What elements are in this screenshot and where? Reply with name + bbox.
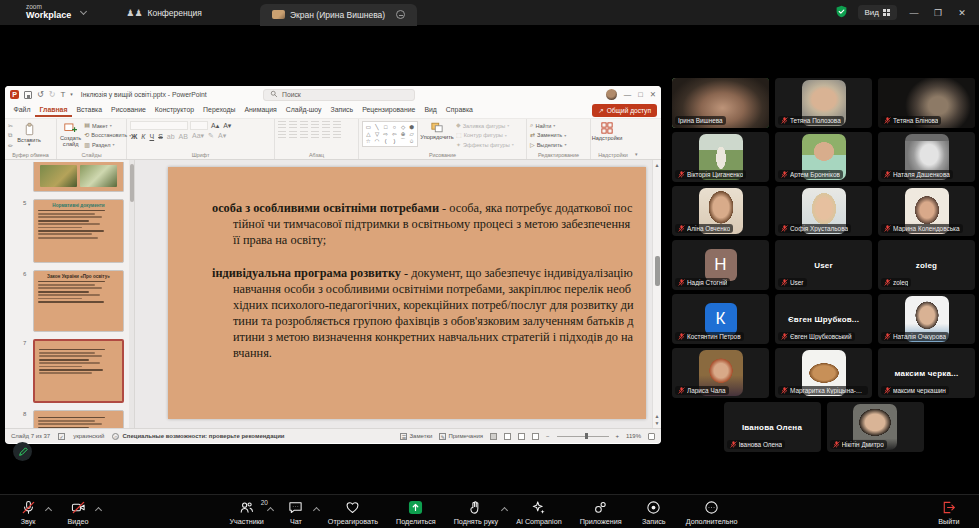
participant-tile-4[interactable]: Артем Бронніков — [775, 132, 872, 182]
toolbar-record-button[interactable]: Запись — [640, 498, 668, 526]
paragraph-tool-icon-1-4[interactable] — [322, 121, 330, 128]
paragraph-tool-icon-2-3[interactable] — [311, 131, 319, 138]
ppt-menu-tab-0[interactable]: Файл — [9, 104, 35, 117]
paste-button[interactable]: Вставить ▾ — [16, 121, 42, 150]
font-style-button-0[interactable]: Ж — [130, 133, 138, 140]
undo-icon[interactable]: ↺ — [37, 91, 44, 99]
ppt-menu-tab-7[interactable]: Слайд-шоу — [281, 104, 326, 117]
paragraph-tool-icon-1-5[interactable] — [333, 121, 341, 128]
addins-button[interactable]: Надстройки — [594, 121, 620, 150]
drawing-items-item-0[interactable]: ◆Заливка фигуры▾ — [456, 121, 514, 130]
toolbar-more-button[interactable]: Дополнительно — [686, 498, 738, 526]
toolbar-apps-button[interactable]: Приложения — [580, 498, 622, 526]
shape-glyph-4[interactable]: ◇ — [401, 124, 405, 130]
toolbar-hand-button[interactable]: Поднять руку — [454, 498, 498, 526]
participant-tile-6[interactable]: Аліна Овченко — [672, 186, 769, 236]
slide-thumbnail-partial[interactable] — [33, 162, 124, 192]
font-extra-button-1[interactable]: АВ — [178, 133, 189, 140]
notes-button[interactable]: ☰Заметки — [400, 433, 432, 440]
shape-glyph-1[interactable]: ╲ — [375, 124, 378, 130]
participant-tile-0[interactable]: Ірина Вишнева — [672, 78, 769, 128]
zoom-slider[interactable] — [557, 436, 609, 437]
format-painter-icon[interactable]: ✏ — [8, 142, 13, 149]
editing-items-item-1[interactable]: ⇄Заменить▾ — [530, 131, 566, 140]
slide-thumbnail-8[interactable] — [33, 410, 124, 428]
font-extra-button-4[interactable]: А▾ — [217, 132, 227, 140]
font-extra-button-3[interactable]: ✎ — [207, 132, 215, 140]
paragraph-tool-icon-2-5[interactable] — [333, 131, 341, 138]
chat-menu-chevron-icon[interactable] — [313, 506, 320, 513]
toolbar-heart-button[interactable]: Отреагировать — [328, 498, 378, 526]
ppt-menu-tab-6[interactable]: Анимация — [240, 104, 281, 117]
paragraph-tool-icon-2-4[interactable] — [322, 131, 330, 138]
close-button[interactable]: ✕ — [955, 8, 969, 18]
toolbar-video-muted-button[interactable]: Видео — [64, 498, 92, 526]
thumbnail-scrollbar[interactable] — [129, 160, 134, 428]
slides-items-item-0[interactable]: ▤Макет▾ — [84, 121, 131, 130]
shape-glyph-17[interactable]: ✩ — [409, 138, 414, 144]
toolbar-sparkle-button[interactable]: AI Companion — [516, 498, 562, 526]
account-avatar[interactable] — [606, 89, 617, 100]
font-size-box[interactable] — [190, 121, 208, 130]
reading-view-icon[interactable] — [518, 433, 525, 440]
participant-tile-17[interactable]: максим черка...максим черкашин — [878, 348, 975, 398]
minimize-share-icon[interactable] — [396, 10, 405, 19]
shape-glyph-12[interactable]: ☆ — [366, 138, 371, 144]
fit-slide-icon[interactable] — [648, 433, 655, 440]
slide-sorter-view-icon[interactable] — [504, 433, 511, 440]
ppt-menu-tab-11[interactable]: Справка — [441, 104, 477, 117]
ppt-menu-tab-8[interactable]: Запись — [326, 104, 358, 117]
ppt-menu-tab-9[interactable]: Рецензирование — [358, 104, 420, 117]
participant-tile-14[interactable]: Наталія Очкурова — [878, 294, 975, 344]
ppt-menu-tab-10[interactable]: Вид — [420, 104, 441, 117]
cut-icon[interactable]: ✂ — [8, 122, 13, 129]
participant-tile-11[interactable]: zolegzoleg — [878, 240, 975, 290]
toolbar-participants-button[interactable]: 20Участники — [230, 498, 264, 526]
minimize-button[interactable]: — — [907, 8, 921, 18]
restore-button[interactable]: ❐ — [931, 8, 945, 18]
grow-font-icon[interactable]: A▴ — [210, 122, 220, 130]
toolbar-share-button[interactable]: Поделиться — [396, 498, 436, 526]
participant-tile-5[interactable]: Наталя Дашенкова — [878, 132, 975, 182]
participant-tile-7[interactable]: Софія Хрустальова — [775, 186, 872, 236]
slide-thumbnail-5[interactable]: Нормативні документи — [33, 199, 124, 263]
copy-icon[interactable]: ⧉ — [8, 132, 13, 139]
drawing-items-item-2[interactable]: ✦Эффекты фигуры▾ — [456, 141, 514, 150]
font-extra-button-2[interactable]: Аа▾ — [191, 132, 205, 140]
touch-mode-icon[interactable]: T — [60, 91, 65, 99]
ppt-close-button[interactable]: ✕ — [650, 90, 656, 99]
slides-items-item-2[interactable]: ▥Раздел▾ — [84, 141, 131, 150]
zoom-in-icon[interactable]: + — [616, 433, 620, 439]
paragraph-tool-icon-1-3[interactable] — [311, 121, 319, 128]
normal-view-icon[interactable] — [490, 433, 497, 440]
zoom-out-icon[interactable]: − — [546, 433, 550, 439]
accessibility-status[interactable]: Специальные возможности: проверьте реком… — [122, 433, 284, 439]
participant-tile-10[interactable]: UserUser — [775, 240, 872, 290]
spellcheck-icon[interactable]: ✓ — [58, 433, 65, 440]
slide-thumbnail-6[interactable]: Закон України «Про освіту» — [33, 270, 124, 332]
save-icon[interactable] — [24, 91, 32, 99]
slide-thumbnail-panel[interactable]: 5Нормативні документи6Закон України «Про… — [5, 160, 135, 428]
prev-next-slide-buttons[interactable]: ▲▼ — [653, 413, 661, 426]
video-muted-menu-chevron-icon[interactable] — [95, 506, 102, 513]
participant-tile-2[interactable]: Тетяна Блінова — [878, 78, 975, 128]
ppt-search-box[interactable]: Поиск — [263, 89, 415, 101]
drawing-items-item-1[interactable]: ⬚Контур фигуры▾ — [456, 131, 514, 140]
shape-glyph-5[interactable]: ⬢ — [409, 124, 414, 130]
ppt-minimize-button[interactable]: — — [624, 90, 632, 99]
shape-glyph-8[interactable]: ⇨ — [383, 131, 388, 137]
font-style-button-3[interactable]: S — [157, 133, 164, 140]
participant-tile-13[interactable]: Євген Шрубков...Євген Шрубковський — [775, 294, 872, 344]
slide-thumbnail-7[interactable] — [33, 339, 124, 403]
shape-glyph-16[interactable]: ⌒ — [400, 138, 406, 145]
shape-glyph-13[interactable]: ◠ — [375, 138, 380, 144]
shape-glyph-7[interactable]: ▽ — [375, 131, 379, 137]
paragraph-tool-icon-1-0[interactable] — [278, 121, 286, 128]
paragraph-tool-icon-1-1[interactable] — [289, 121, 297, 128]
paragraph-tool-icon-2-0[interactable] — [278, 131, 286, 138]
ppt-menu-tab-4[interactable]: Конструктор — [150, 104, 198, 117]
tab-screen-share[interactable]: Экран (Ирина Вишнева) — [260, 4, 417, 26]
view-button[interactable]: Вид — [858, 5, 897, 20]
participant-tile-12[interactable]: ККостянтин Петров — [672, 294, 769, 344]
participant-tile-3[interactable]: Вікторія Циганенко — [672, 132, 769, 182]
